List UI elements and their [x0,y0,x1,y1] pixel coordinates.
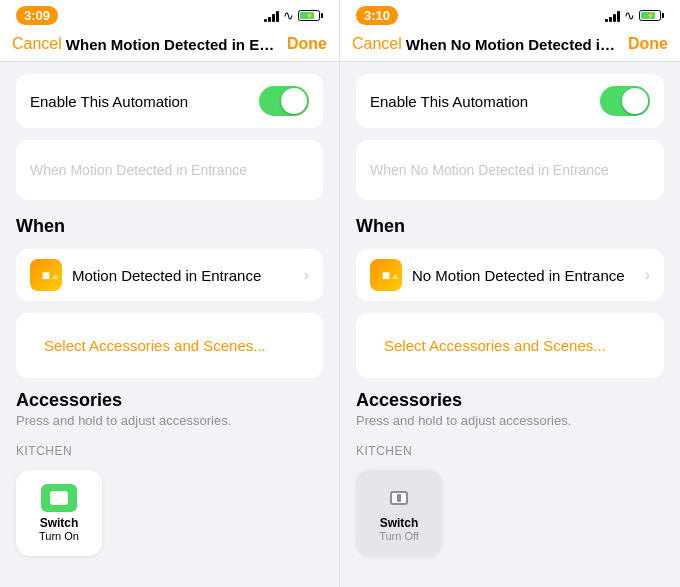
select-card-left: Select Accessories and Scenes... [16,313,323,378]
device-tile-left[interactable]: Switch Turn On [16,470,102,556]
wifi-icon-right: ∿ [624,8,635,23]
select-link-left[interactable]: Select Accessories and Scenes... [30,325,280,366]
select-link-right[interactable]: Select Accessories and Scenes... [370,325,620,366]
accessories-subtitle-right: Press and hold to adjust accessories. [356,413,664,428]
accessories-header-left: Accessories [16,390,323,411]
motion-icon-right: ■ ⟁ [370,259,402,291]
toggle-switch-right[interactable] [600,86,650,116]
nav-bar-right: Cancel When No Motion Detected in E... D… [340,29,680,62]
description-card-right: When No Motion Detected in Entrance [356,140,664,200]
toggle-switch-left[interactable] [259,86,309,116]
accessories-section-right: Accessories Press and hold to adjust acc… [356,390,664,428]
accessories-header-right: Accessories [356,390,664,411]
switch-icon-right [390,491,408,505]
chevron-icon-right: › [645,266,650,284]
toggle-knob-right [622,88,648,114]
toggle-knob-left [281,88,307,114]
chevron-icon-left: › [304,266,309,284]
motion-item-right[interactable]: ■ ⟁ No Motion Detected in Entrance › [356,249,664,301]
content-right: Enable This Automation When No Motion De… [340,62,680,587]
when-list-left: ■ ⟁ Motion Detected in Entrance › [16,249,323,301]
kitchen-label-left: KITCHEN [16,444,323,458]
description-card-left: When Motion Detected in Entrance [16,140,323,200]
nav-title-right: When No Motion Detected in E... [402,36,628,53]
motion-icon-left: ■ ⟁ [30,259,62,291]
signal-icon-right [605,10,620,22]
device-state-left: Turn On [39,530,79,542]
cancel-button-right[interactable]: Cancel [352,35,402,53]
when-list-right: ■ ⟁ No Motion Detected in Entrance › [356,249,664,301]
done-button-right[interactable]: Done [628,35,668,53]
device-tile-right[interactable]: Switch Turn Off [356,470,442,556]
nav-bar-left: Cancel When Motion Detected in Entra... … [0,29,339,62]
select-row-right[interactable]: Select Accessories and Scenes... [356,313,664,378]
status-time-left: 3:09 [16,6,58,25]
nav-title-left: When Motion Detected in Entra... [62,36,287,53]
select-row-left[interactable]: Select Accessories and Scenes... [16,313,323,378]
toggle-row-left: Enable This Automation [16,74,323,128]
toggle-row-right: Enable This Automation [356,74,664,128]
select-card-right: Select Accessories and Scenes... [356,313,664,378]
description-text-left: When Motion Detected in Entrance [30,162,247,178]
status-icons-left: ∿ ⚡ [264,8,323,23]
motion-label-left: Motion Detected in Entrance [72,267,294,284]
switch-icon-left [50,491,68,505]
device-icon-left [41,484,77,512]
device-state-right: Turn Off [379,530,419,542]
toggle-label-left: Enable This Automation [30,93,188,110]
signal-icon [264,10,279,22]
status-time-right: 3:10 [356,6,398,25]
status-bar-left: 3:09 ∿ ⚡ [0,0,339,29]
description-text-right: When No Motion Detected in Entrance [370,162,609,178]
motion-label-right: No Motion Detected in Entrance [412,267,635,284]
device-name-right: Switch [380,516,419,530]
kitchen-label-right: KITCHEN [356,444,664,458]
battery-icon-right: ⚡ [639,10,664,21]
when-header-left: When [16,212,323,237]
status-icons-right: ∿ ⚡ [605,8,664,23]
cancel-button-left[interactable]: Cancel [12,35,62,53]
accessories-section-left: Accessories Press and hold to adjust acc… [16,390,323,428]
device-name-left: Switch [40,516,79,530]
when-header-right: When [356,212,664,237]
battery-icon: ⚡ [298,10,323,21]
accessories-subtitle-left: Press and hold to adjust accessories. [16,413,323,428]
enable-card-left: Enable This Automation [16,74,323,128]
right-screen: 3:10 ∿ ⚡ Cancel When No Motion Detected … [340,0,680,587]
toggle-label-right: Enable This Automation [370,93,528,110]
status-bar-right: 3:10 ∿ ⚡ [340,0,680,29]
device-icon-right [381,484,417,512]
motion-item-left[interactable]: ■ ⟁ Motion Detected in Entrance › [16,249,323,301]
enable-card-right: Enable This Automation [356,74,664,128]
content-left: Enable This Automation When Motion Detec… [0,62,339,587]
done-button-left[interactable]: Done [287,35,327,53]
left-screen: 3:09 ∿ ⚡ Cancel When Motion Detected in … [0,0,340,587]
wifi-icon: ∿ [283,8,294,23]
